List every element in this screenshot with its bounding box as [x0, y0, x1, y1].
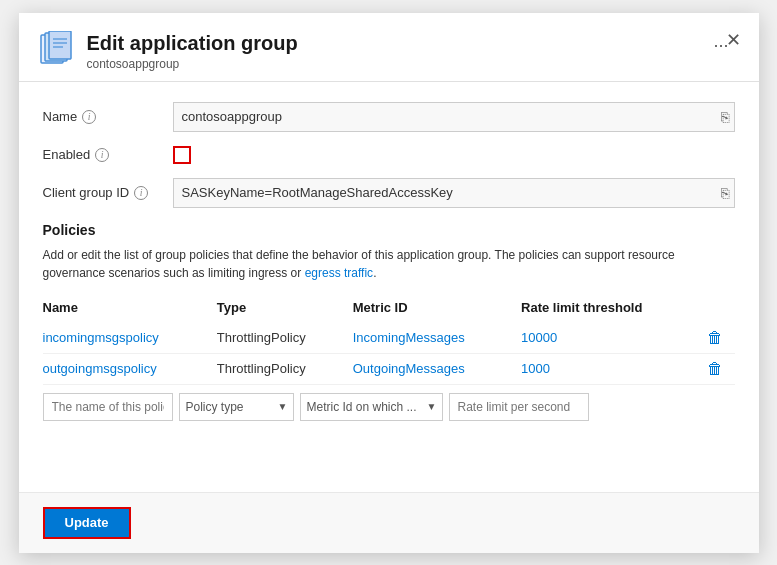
policy-rate-cell: 10000 [521, 323, 702, 354]
enabled-row: Enabled i [43, 146, 735, 164]
rate-limit-input[interactable] [449, 393, 589, 421]
client-group-id-info-icon[interactable]: i [134, 186, 148, 200]
dialog-subtitle: contosoappgroup [87, 57, 704, 71]
enabled-label: Enabled i [43, 147, 173, 162]
policy-name-cell: incomingmsgspolicy [43, 323, 217, 354]
close-button[interactable]: ✕ [726, 31, 741, 49]
name-label: Name i [43, 109, 173, 124]
policy-rate-cell: 1000 [521, 353, 702, 384]
table-row: incomingmsgspolicy ThrottlingPolicy Inco… [43, 323, 735, 354]
policies-section: Policies Add or edit the list of group p… [43, 222, 735, 421]
enabled-checkbox[interactable] [173, 146, 191, 164]
policy-delete-cell: 🗑 [703, 323, 735, 354]
new-policy-name-input[interactable] [43, 393, 173, 421]
delete-policy-icon[interactable]: 🗑 [707, 360, 723, 377]
policy-type-cell: ThrottlingPolicy [217, 323, 353, 354]
policy-type-select[interactable]: Policy type ThrottlingPolicy [179, 393, 294, 421]
col-header-type: Type [217, 296, 353, 323]
table-header-row: Name Type Metric ID Rate limit threshold [43, 296, 735, 323]
name-input[interactable] [173, 102, 735, 132]
client-group-id-label: Client group ID i [43, 185, 173, 200]
svg-rect-2 [49, 31, 71, 59]
dialog-title: Edit application group [87, 31, 704, 55]
policies-title: Policies [43, 222, 735, 238]
client-group-id-input-wrapper: ⎘ [173, 178, 735, 208]
egress-traffic-link[interactable]: egress traffic [305, 266, 373, 280]
add-policy-row: Policy type ThrottlingPolicy ▼ Metric Id… [43, 393, 735, 421]
dialog-header: Edit application group contosoappgroup ·… [19, 13, 759, 82]
client-group-id-input[interactable] [173, 178, 735, 208]
col-header-metric-id: Metric ID [353, 296, 521, 323]
policy-delete-cell: 🗑 [703, 353, 735, 384]
edit-dialog: Edit application group contosoappgroup ·… [19, 13, 759, 553]
table-row: outgoingmsgspolicy ThrottlingPolicy Outg… [43, 353, 735, 384]
col-header-rate-limit: Rate limit threshold [521, 296, 702, 323]
name-input-wrapper: ⎘ [173, 102, 735, 132]
policies-description: Add or edit the list of group policies t… [43, 246, 735, 282]
delete-policy-icon[interactable]: 🗑 [707, 329, 723, 346]
policy-metric-cell: OutgoingMessages [353, 353, 521, 384]
policy-name-cell: outgoingmsgspolicy [43, 353, 217, 384]
metric-id-select[interactable]: Metric Id on which ... IncomingMessages … [300, 393, 443, 421]
update-button[interactable]: Update [43, 507, 131, 539]
name-row: Name i ⎘ [43, 102, 735, 132]
policies-table: Name Type Metric ID Rate limit threshold… [43, 296, 735, 385]
dialog-body: Name i ⎘ Enabled i Client group ID i [19, 82, 759, 492]
title-block: Edit application group contosoappgroup [87, 31, 704, 71]
col-header-actions [703, 296, 735, 323]
name-copy-icon[interactable]: ⎘ [721, 109, 729, 125]
client-group-id-copy-icon[interactable]: ⎘ [721, 185, 729, 201]
policy-type-select-wrapper: Policy type ThrottlingPolicy ▼ [179, 393, 294, 421]
metric-id-select-wrapper: Metric Id on which ... IncomingMessages … [300, 393, 443, 421]
enabled-checkbox-wrapper [173, 146, 191, 164]
enabled-info-icon[interactable]: i [95, 148, 109, 162]
name-info-icon[interactable]: i [82, 110, 96, 124]
dialog-icon [39, 31, 75, 67]
client-group-id-row: Client group ID i ⎘ [43, 178, 735, 208]
col-header-name: Name [43, 296, 217, 323]
policy-type-cell: ThrottlingPolicy [217, 353, 353, 384]
dialog-footer: Update [19, 492, 759, 553]
policy-metric-cell: IncomingMessages [353, 323, 521, 354]
